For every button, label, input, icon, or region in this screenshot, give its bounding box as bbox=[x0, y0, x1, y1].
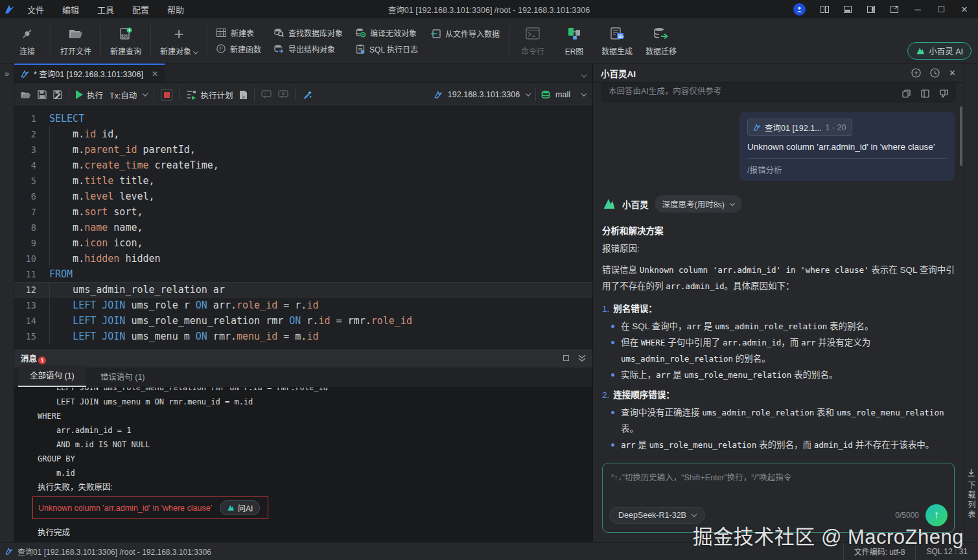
model-selector[interactable]: DeepSeek-R1-32B bbox=[609, 507, 705, 524]
remove-comment-icon[interactable] bbox=[278, 90, 288, 99]
er-diagram-label: ER图 bbox=[565, 45, 584, 56]
code-line: 13 LEFT JOIN ums_role r ON arr.role_id =… bbox=[14, 298, 592, 313]
import-data-button[interactable]: 从文件导入数据 bbox=[431, 28, 500, 39]
data-migrate-button[interactable]: 数据迁移 bbox=[639, 23, 683, 59]
line-number: 15 bbox=[14, 329, 49, 344]
download-list-label: 下载列表 bbox=[966, 481, 977, 520]
tab-error-statements[interactable]: 错误语句 (1) bbox=[89, 366, 157, 387]
inline-code: arr bbox=[687, 321, 702, 331]
insert-icon[interactable] bbox=[921, 89, 929, 98]
open-file-button[interactable]: 打开文件 bbox=[54, 23, 98, 59]
save-icon[interactable] bbox=[38, 90, 47, 99]
tab-query01[interactable]: * 查询01 [192.168.3.101:3306] ✕ bbox=[14, 64, 165, 82]
layout-split-icon[interactable] bbox=[815, 2, 834, 16]
layout-right-icon[interactable] bbox=[861, 2, 881, 16]
save-as-icon[interactable] bbox=[53, 90, 62, 99]
send-button[interactable]: ↑ bbox=[926, 504, 948, 526]
explain-plan-button[interactable]: 执行计划 bbox=[186, 89, 233, 101]
ai-chat-area[interactable]: 本回答由AI生成，内容仅供参考 查询01 [192.1... bbox=[593, 83, 964, 460]
menu-help[interactable]: 帮助 bbox=[159, 2, 192, 17]
database-dropdown[interactable]: mall bbox=[555, 90, 570, 99]
tab-all-statements[interactable]: 全部语句 (1) bbox=[18, 365, 86, 387]
deep-think-toggle[interactable]: 深度思考(用时8s) bbox=[655, 195, 743, 213]
run-button[interactable]: 执行 bbox=[76, 89, 103, 101]
menu-file[interactable]: 文件 bbox=[19, 2, 52, 17]
find-db-object-button[interactable]: 查找数据库对象 bbox=[274, 27, 343, 38]
new-function-button[interactable]: F 新建函数 bbox=[216, 43, 261, 54]
line-number: 5 bbox=[14, 173, 49, 189]
code-line: 5 m.title title, bbox=[14, 173, 592, 189]
ai-input-box[interactable]: “↑↓”切换历史输入，“Shift+Enter”换行，“/”唤起指令 DeepS… bbox=[602, 463, 955, 533]
database-label: mall bbox=[555, 90, 570, 99]
cmdline-button[interactable]: 命令行 bbox=[512, 23, 553, 59]
code-line: 1SELECT bbox=[14, 111, 592, 126]
bullet-item: 但在 WHERE 子句中引用了 arr.admin_id，而 arr 并没有定义… bbox=[611, 334, 955, 367]
bullet-group: 在 SQL 查询中，arr 是 ums_admin_role_relation … bbox=[611, 318, 955, 383]
editor-open-icon[interactable] bbox=[21, 91, 31, 99]
tx-mode-label: Tx:自动 bbox=[110, 89, 137, 101]
status-bar: 查询01 [192.168.3.101:3306] /root - 192.16… bbox=[0, 542, 978, 560]
query-reference-chip[interactable]: 查询01 [192.1... 1 - 20 bbox=[747, 119, 852, 136]
export-result-icon[interactable] bbox=[239, 90, 248, 100]
er-diagram-button[interactable]: ER图 bbox=[553, 23, 595, 59]
new-query-button[interactable]: SQL 新建查询 bbox=[104, 23, 148, 59]
menu-tools[interactable]: 工具 bbox=[89, 2, 122, 17]
bullet-text: 但在 WHERE 子句中引用了 arr.admin_id，而 arr 并没有定义… bbox=[621, 334, 955, 367]
user-message-command: /报错分析 bbox=[747, 163, 947, 176]
bullet-dot bbox=[611, 325, 614, 328]
download-list-button[interactable]: 下载列表 bbox=[964, 469, 978, 520]
beautify-sql-icon[interactable] bbox=[302, 89, 312, 100]
tx-mode-dropdown[interactable]: Tx:自动 bbox=[110, 89, 147, 101]
code-line: 11FROM bbox=[14, 266, 592, 282]
panel-restore-icon[interactable] bbox=[563, 355, 569, 361]
code-text: m.create_time createTime, bbox=[49, 158, 219, 173]
ask-ai-button[interactable]: 问AI bbox=[220, 500, 260, 515]
export-struct-button[interactable]: 导出结构对象 bbox=[274, 43, 343, 54]
line-number: 11 bbox=[14, 266, 49, 282]
connection-dropdown[interactable]: 192.168.3.101:3306 bbox=[448, 90, 530, 99]
comment-block-icon[interactable]: /* bbox=[261, 90, 272, 99]
status-encoding[interactable]: 文件编码: utf-8 bbox=[843, 542, 916, 560]
collapse-panel-icon[interactable] bbox=[578, 355, 586, 362]
layout-bottom-icon[interactable] bbox=[838, 2, 857, 16]
tab-close-icon[interactable]: ✕ bbox=[152, 69, 158, 78]
list-title: 别名错误： bbox=[613, 301, 657, 317]
messages-log[interactable]: LEFT JOIN ums_role_menu_relation rmr ON … bbox=[14, 388, 592, 542]
thumbs-down-icon[interactable] bbox=[940, 89, 948, 98]
inline-code: ums_role_menu_relation bbox=[837, 408, 944, 417]
maximize-button[interactable]: ☐ bbox=[931, 2, 951, 16]
sql-editor[interactable]: 1SELECT2 m.id id,3 m.parent_id parentId,… bbox=[14, 107, 592, 348]
new-object-button[interactable]: + 新建对象 bbox=[154, 23, 204, 59]
new-function-icon: F bbox=[216, 44, 226, 53]
sql-log-button[interactable]: SQL 执行日志 bbox=[356, 43, 418, 54]
user-avatar[interactable] bbox=[793, 3, 806, 16]
sql-log-label: SQL 执行日志 bbox=[369, 43, 418, 54]
layout-expand-icon[interactable] bbox=[885, 2, 904, 16]
menu-edit[interactable]: 编辑 bbox=[54, 2, 87, 17]
stop-button[interactable] bbox=[161, 89, 172, 100]
close-ai-panel-icon[interactable]: ✕ bbox=[949, 68, 956, 78]
list-item: 2.连接顺序错误： bbox=[602, 387, 955, 403]
history-icon[interactable] bbox=[930, 68, 940, 78]
menu-config[interactable]: 配置 bbox=[124, 2, 157, 17]
copy-icon[interactable] bbox=[902, 89, 911, 98]
tab-list-chevron-icon[interactable] bbox=[579, 69, 586, 80]
close-button[interactable]: ✕ bbox=[955, 2, 974, 16]
new-table-button[interactable]: 新建表 bbox=[216, 27, 261, 38]
new-chat-icon[interactable] bbox=[911, 68, 921, 78]
left-collapsed-panel: » bbox=[0, 64, 14, 542]
minimize-button[interactable]: ─ bbox=[908, 2, 927, 16]
ai-scrollbar-thumb[interactable] bbox=[960, 106, 962, 166]
expand-panel-icon[interactable]: » bbox=[5, 69, 9, 542]
code-line: 6 m.level level, bbox=[14, 189, 592, 204]
cmdline-label: 命令行 bbox=[521, 45, 544, 56]
connect-button[interactable]: 连接 bbox=[6, 23, 48, 59]
text-run: 在 SQL 查询中， bbox=[621, 321, 687, 331]
data-gen-label: 数据生成 bbox=[601, 45, 633, 56]
database-chevron-icon[interactable] bbox=[579, 93, 586, 97]
line-number: 14 bbox=[14, 313, 49, 329]
compile-invalid-button[interactable]: 编译无效对象 bbox=[356, 27, 418, 38]
data-gen-button[interactable]: 101ABC 数据生成 bbox=[595, 23, 639, 59]
status-cursor-position[interactable]: SQL 12 : 31 bbox=[915, 542, 978, 560]
ai-assistant-button[interactable]: 小百灵 AI bbox=[907, 42, 972, 60]
